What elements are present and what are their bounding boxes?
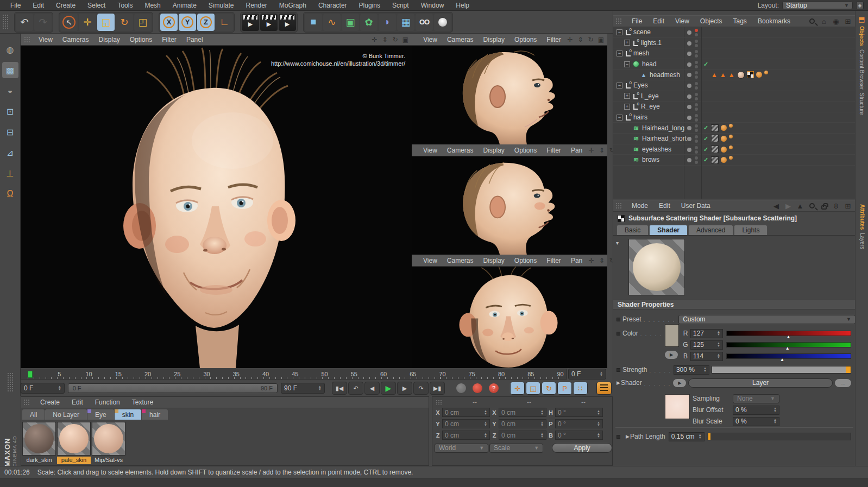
layer-dot[interactable]	[687, 94, 691, 99]
stepper-icon[interactable]: ▲▼	[595, 421, 600, 427]
render-view-button[interactable]: ▶	[242, 14, 259, 31]
tree-row-eyelashes[interactable]: ≋eyelashes✓	[613, 144, 856, 155]
dock-tab-objects[interactable]: Objects	[859, 26, 865, 46]
add-panel-icon[interactable]: ⊞	[844, 17, 852, 26]
stepper-icon[interactable]: ▲▼	[538, 410, 544, 415]
tree-row-l-eye[interactable]: +L_eye	[613, 91, 856, 102]
expander-icon[interactable]: −	[617, 50, 622, 56]
start-frame-field[interactable]: 0 F ▲▼	[21, 383, 65, 394]
side-viewport-1-menu-cameras[interactable]: Cameras	[442, 36, 479, 43]
expander-icon[interactable]: −	[624, 61, 630, 67]
add-light-button[interactable]	[434, 14, 451, 31]
make-editable-button[interactable]: ◍	[2, 41, 18, 58]
home-icon[interactable]: ⌂	[820, 17, 828, 26]
maximize-icon[interactable]: ▣	[597, 35, 605, 43]
pan-icon[interactable]: ✛	[587, 146, 595, 154]
menubar-menu-select[interactable]: Select	[81, 2, 111, 9]
coord-field-rotation-p[interactable]: 0 °▲▼	[555, 419, 603, 428]
expander-icon[interactable]: +	[624, 104, 630, 110]
zoom-icon[interactable]: ⇕	[597, 146, 606, 154]
timeline-grip[interactable]	[7, 372, 14, 392]
search-icon[interactable]	[808, 17, 816, 26]
object-manager-menu-bookmarks[interactable]: Bookmarks	[752, 17, 796, 25]
tree-row-hairhead-short[interactable]: ≋Hairhead_short✓	[613, 134, 856, 144]
search-icon[interactable]	[808, 201, 816, 210]
expander-icon[interactable]: −	[617, 29, 622, 35]
side-viewport-3-menu-view[interactable]: View	[418, 257, 442, 264]
toolbar-grip[interactable]	[2, 14, 9, 30]
next-frame-button[interactable]: ▶	[397, 382, 412, 395]
maximize-icon[interactable]: ▣	[401, 35, 410, 43]
scale-tool[interactable]: ◱	[97, 14, 115, 31]
channel-field-g[interactable]: 125▲▼	[690, 340, 723, 350]
side-viewport-3-menu-pan[interactable]: Pan	[566, 257, 587, 264]
stepper-icon[interactable]: ▲▼	[482, 410, 487, 415]
undo-button[interactable]: ↶	[16, 14, 33, 31]
rotate-tool[interactable]: ↻	[116, 14, 133, 31]
key-rotation-button[interactable]: ↻	[542, 382, 556, 395]
panel-grip[interactable]	[615, 18, 622, 24]
object-manager-menu-file[interactable]: File	[626, 17, 647, 25]
expander-icon[interactable]: +	[624, 40, 630, 46]
tab-shader[interactable]: Shader	[649, 225, 688, 235]
phong-tag-icon[interactable]	[729, 124, 733, 128]
selection-tag-icon[interactable]: ▲	[711, 71, 718, 79]
viewport-perspective-menu-filter[interactable]: Filter	[157, 36, 181, 43]
viewport-perspective[interactable]: ViewCamerasDisplayOptionsFilterPanel ✛⇕↻…	[21, 34, 412, 368]
phong-tag-icon[interactable]	[721, 147, 727, 153]
visibility-dot-render[interactable]	[695, 140, 698, 143]
x-axis-lock[interactable]: X	[160, 14, 178, 31]
object-manager-menu-edit[interactable]: Edit	[647, 17, 670, 25]
live-selection-tool[interactable]: ↖	[60, 14, 78, 31]
visibility-dots[interactable]	[695, 50, 698, 58]
strength-slider-handle[interactable]	[846, 366, 851, 373]
visibility-dot-editor[interactable]	[695, 71, 698, 74]
preset-checkbox[interactable]	[617, 318, 620, 321]
visibility-dot-editor[interactable]	[695, 124, 698, 128]
timeline-ruler[interactable]: 051015202530354045505560657075808590	[21, 369, 567, 380]
side-viewport-3-menu-options[interactable]: Options	[510, 257, 542, 264]
edge-mode-button[interactable]: ⊟	[2, 124, 18, 140]
channel-slider-handle[interactable]: ▲	[787, 334, 791, 339]
material-tag-icon[interactable]	[737, 71, 745, 79]
side-viewport-3-menu-display[interactable]: Display	[478, 257, 509, 264]
preview-expander-icon[interactable]: ▾	[616, 240, 619, 246]
visibility-dots[interactable]	[695, 156, 698, 164]
layer-dot[interactable]	[687, 126, 691, 130]
visibility-dot-render[interactable]	[695, 75, 698, 79]
layout-dropdown[interactable]: Startup ▼	[782, 1, 853, 9]
coord-field-rotation-b[interactable]: 0 °▲▼	[555, 431, 603, 440]
viewport-perspective-menu-panel[interactable]: Panel	[181, 36, 208, 43]
current-frame-field[interactable]: 0 F ▲▼	[568, 369, 606, 380]
tree-row-lights-1[interactable]: +lights.1	[613, 38, 856, 49]
path-length-field[interactable]: 0.15 cm ▲▼	[669, 432, 705, 441]
visibility-dot-editor[interactable]	[695, 29, 698, 32]
material-thumbnail[interactable]	[22, 422, 56, 456]
side-viewport-1-menu-view[interactable]: View	[418, 36, 442, 43]
visibility-dot-editor[interactable]	[695, 156, 698, 160]
menubar-menu-script[interactable]: Script	[386, 2, 415, 9]
strength-slider[interactable]	[712, 366, 851, 374]
key-scale-button[interactable]: ◱	[526, 382, 540, 395]
tab-advanced[interactable]: Advanced	[688, 225, 733, 235]
visibility-dot-render[interactable]	[695, 161, 698, 164]
visibility-dot-render[interactable]	[695, 150, 698, 154]
viewport-perspective-menu-cameras[interactable]: Cameras	[58, 36, 94, 43]
stepper-icon[interactable]: ▲▼	[771, 419, 777, 424]
stepper-icon[interactable]: ▲▼	[538, 433, 544, 438]
visibility-dot-editor[interactable]	[695, 93, 698, 96]
channel-slider-r[interactable]: ▲	[726, 331, 851, 336]
side-viewport-2-menu-options[interactable]: Options	[510, 147, 542, 154]
back-icon[interactable]: ◀	[772, 201, 781, 210]
object-manager-menu-view[interactable]: View	[670, 17, 695, 25]
visibility-dots[interactable]	[695, 71, 698, 79]
path-length-checkbox[interactable]	[617, 435, 620, 439]
layer-dot[interactable]	[687, 41, 691, 46]
viewport-right-middle-canvas[interactable]	[412, 156, 607, 255]
move-tool[interactable]: ✛	[79, 14, 96, 31]
side-viewport-1-menu-display[interactable]: Display	[479, 36, 510, 43]
layer-dot[interactable]	[687, 116, 691, 120]
stepper-icon[interactable]: ▲▼	[597, 371, 603, 377]
selection-tag-icon[interactable]: ▲	[728, 71, 735, 79]
material-thumbnail[interactable]	[92, 422, 125, 456]
